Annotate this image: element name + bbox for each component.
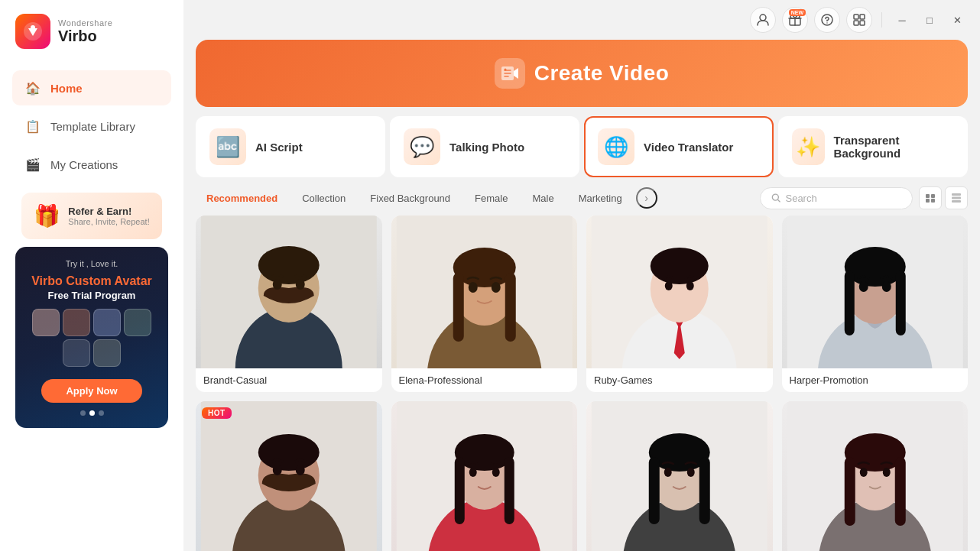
feature-transparent-background[interactable]: ✨ Transparent Background xyxy=(778,116,968,177)
avatar-grid: Brandt-Casual xyxy=(196,216,968,551)
svg-point-57 xyxy=(273,465,282,475)
video-translator-label: Video Translator xyxy=(644,141,733,154)
avatar-card-8[interactable] xyxy=(782,401,969,551)
ai-script-icon: 🔤 xyxy=(209,128,246,165)
feature-cards-row: 🔤 AI Script 💬 Talking Photo 🌐 Video Tran… xyxy=(196,116,968,177)
svg-point-40 xyxy=(651,248,709,284)
avatar-card-2[interactable]: Elena-Professional xyxy=(391,216,578,392)
sidebar-item-template-library[interactable]: 📋 Template Library xyxy=(12,109,171,144)
svg-rect-14 xyxy=(931,194,935,198)
logo-text: Wondershare Virbo xyxy=(58,18,112,45)
sidebar-item-home[interactable]: 🏠 Home xyxy=(12,70,171,105)
sidebar-item-home-label: Home xyxy=(50,82,83,95)
avatar-label-4: Harper-Promotion xyxy=(782,368,969,392)
view-toggle xyxy=(919,186,968,209)
promo-avatar-3 xyxy=(93,309,121,336)
sidebar-item-my-creations[interactable]: 🎬 My Creations xyxy=(12,147,171,182)
filter-male[interactable]: Male xyxy=(521,188,564,209)
search-box xyxy=(760,187,913,209)
grid-icon-btn[interactable] xyxy=(846,7,872,33)
avatar-image-5: HOT xyxy=(196,401,382,551)
transparent-bg-label: Transparent Background xyxy=(834,134,954,160)
gift-icon-btn[interactable]: NEW xyxy=(782,7,808,33)
avatar-card-5[interactable]: HOT xyxy=(196,401,382,551)
search-icon xyxy=(771,193,780,203)
search-input[interactable] xyxy=(785,193,901,204)
feature-talking-photo[interactable]: 💬 Talking Photo xyxy=(390,116,579,177)
filter-marketing[interactable]: Marketing xyxy=(568,188,633,209)
avatar-label-3: Ruby-Games xyxy=(586,368,773,392)
avatar-grid-scroll[interactable]: Brandt-Casual xyxy=(183,216,980,551)
promo-try-label: Try it , Love it. xyxy=(66,259,118,268)
promo-avatar-2 xyxy=(63,309,90,336)
svg-point-12 xyxy=(772,194,778,200)
avatar-image-3 xyxy=(586,216,773,368)
transparent-bg-icon: ✨ xyxy=(792,128,825,165)
avatar-image-7 xyxy=(586,401,773,551)
svg-point-67 xyxy=(492,468,499,477)
avatar-image-8 xyxy=(782,401,969,551)
app-logo: Wondershare Virbo xyxy=(0,0,183,63)
view-list-button[interactable] xyxy=(919,186,942,209)
refer-subtitle: Share, Invite, Repeat! xyxy=(68,217,149,226)
svg-point-58 xyxy=(296,465,305,475)
avatar-card-1[interactable]: Brandt-Casual xyxy=(196,216,382,392)
close-button[interactable]: ✕ xyxy=(946,9,968,31)
svg-point-42 xyxy=(686,281,694,290)
filter-fixed-background[interactable]: Fixed Background xyxy=(359,188,461,209)
svg-point-1 xyxy=(31,25,35,30)
avatar-label-2: Elena-Professional xyxy=(391,368,578,392)
svg-rect-6 xyxy=(854,15,858,19)
avatar-card-4[interactable]: Harper-Promotion xyxy=(782,216,969,392)
help-icon-btn[interactable] xyxy=(814,7,840,33)
avatar-image-6 xyxy=(391,401,578,551)
promo-avatar-1 xyxy=(32,309,60,336)
dot-3 xyxy=(99,410,104,416)
create-video-banner[interactable]: Create Video xyxy=(196,40,968,107)
svg-rect-13 xyxy=(926,194,930,198)
filters-row: Recommended Collection Fixed Background … xyxy=(183,186,980,209)
restore-button[interactable]: □ xyxy=(919,9,940,31)
refer-title: Refer & Earn! xyxy=(68,206,149,217)
promo-custom-avatar[interactable]: Try it , Love it. Virbo Custom Avatar Fr… xyxy=(15,247,168,428)
refer-icon: 🎁 xyxy=(34,203,60,229)
filter-recommended[interactable]: Recommended xyxy=(196,188,288,209)
avatar-image-4 xyxy=(782,216,969,368)
promo-dots xyxy=(80,410,104,416)
minimize-button[interactable]: ─ xyxy=(891,9,913,31)
promo-avatar-4 xyxy=(124,309,151,336)
feature-video-translator[interactable]: 🌐 Video Translator xyxy=(584,116,774,177)
svg-point-35 xyxy=(491,282,500,293)
logo-brand: Wondershare xyxy=(58,18,112,28)
user-icon-btn[interactable] xyxy=(750,7,776,33)
svg-rect-74 xyxy=(699,457,710,524)
avatar-card-3[interactable]: Ruby-Games xyxy=(586,216,773,392)
svg-rect-83 xyxy=(894,457,905,526)
filter-collection[interactable]: Collection xyxy=(291,188,356,209)
svg-point-50 xyxy=(858,281,868,292)
svg-point-56 xyxy=(258,434,320,471)
talking-photo-label: Talking Photo xyxy=(449,141,524,154)
topbar: NEW ─ □ ✕ xyxy=(183,0,980,40)
svg-point-25 xyxy=(273,279,282,290)
svg-rect-32 xyxy=(453,273,463,342)
apply-now-button[interactable]: Apply Now xyxy=(41,379,141,403)
new-badge: NEW xyxy=(789,9,806,16)
dot-2 xyxy=(89,410,95,416)
filter-more-button[interactable]: › xyxy=(636,187,657,209)
dot-1 xyxy=(80,410,86,416)
promo-refer-banner[interactable]: 🎁 Refer & Earn! Share, Invite, Repeat! xyxy=(21,193,161,239)
logo-name: Virbo xyxy=(58,28,112,45)
avatar-label-1: Brandt-Casual xyxy=(196,368,382,392)
svg-rect-7 xyxy=(860,15,865,19)
svg-rect-33 xyxy=(505,273,515,342)
avatar-image-2 xyxy=(391,216,578,368)
filter-female[interactable]: Female xyxy=(464,188,518,209)
svg-point-2 xyxy=(760,15,766,21)
filter-tabs: Recommended Collection Fixed Background … xyxy=(196,187,754,209)
feature-ai-script[interactable]: 🔤 AI Script xyxy=(196,116,385,177)
avatar-card-7[interactable] xyxy=(586,401,773,551)
view-grid-button[interactable] xyxy=(945,186,968,209)
avatar-card-6[interactable] xyxy=(391,401,578,551)
hero-title: Create Video xyxy=(534,61,670,86)
